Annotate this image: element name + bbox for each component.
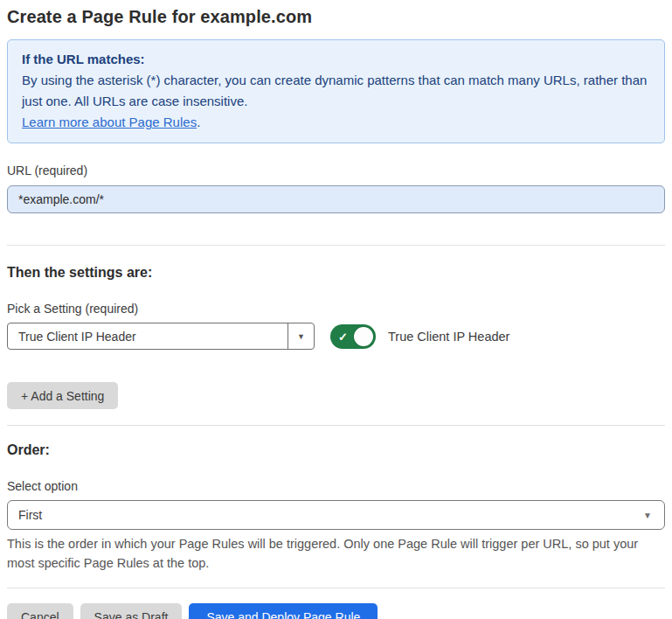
divider <box>7 425 665 426</box>
save-deploy-button[interactable]: Save and Deploy Page Rule <box>189 603 378 619</box>
info-box-body: By using the asterisk (*) character, you… <box>22 70 650 112</box>
setting-row: True Client IP Header ▼ ✓ True Client IP… <box>7 323 665 350</box>
chevron-down-icon: ▼ <box>297 332 305 341</box>
order-select-value: First <box>18 508 643 522</box>
divider <box>7 588 665 588</box>
setting-dropdown-arrow-button[interactable]: ▼ <box>288 323 314 349</box>
save-draft-button[interactable]: Save as Draft <box>80 603 183 619</box>
cancel-button[interactable]: Cancel <box>7 603 73 619</box>
true-client-ip-toggle[interactable]: ✓ <box>330 324 376 349</box>
url-field-label: URL (required) <box>7 163 665 177</box>
divider <box>7 245 665 246</box>
order-select[interactable]: First ▼ <box>7 500 665 530</box>
toggle-knob <box>354 327 373 346</box>
link-suffix: . <box>197 115 200 129</box>
add-setting-button[interactable]: + Add a Setting <box>7 382 118 409</box>
url-match-info-box: If the URL matches: By using the asteris… <box>7 39 665 143</box>
chevron-down-icon: ▼ <box>643 511 652 520</box>
info-box-heading: If the URL matches: <box>22 49 650 70</box>
setting-dropdown[interactable]: True Client IP Header ▼ <box>7 323 315 350</box>
setting-toggle-group: ✓ True Client IP Header <box>330 324 509 349</box>
order-helper-text: This is the order in which your Page Rul… <box>7 534 661 573</box>
order-section-heading: Order: <box>7 442 665 458</box>
setting-picker-label: Pick a Setting (required) <box>7 302 665 316</box>
setting-dropdown-value: True Client IP Header <box>8 323 288 349</box>
toggle-label: True Client IP Header <box>388 330 509 344</box>
settings-section-heading: Then the settings are: <box>7 265 665 281</box>
page-rule-form: Create a Page Rule for example.com If th… <box>0 4 672 619</box>
footer-actions: Cancel Save as Draft Save and Deploy Pag… <box>7 603 665 619</box>
order-select-label: Select option <box>7 479 665 493</box>
page-title: Create a Page Rule for example.com <box>7 4 665 29</box>
check-icon: ✓ <box>338 330 348 342</box>
url-input[interactable] <box>7 185 665 213</box>
info-box-link-line: Learn more about Page Rules. <box>22 112 650 133</box>
learn-more-link[interactable]: Learn more about Page Rules <box>22 115 197 129</box>
